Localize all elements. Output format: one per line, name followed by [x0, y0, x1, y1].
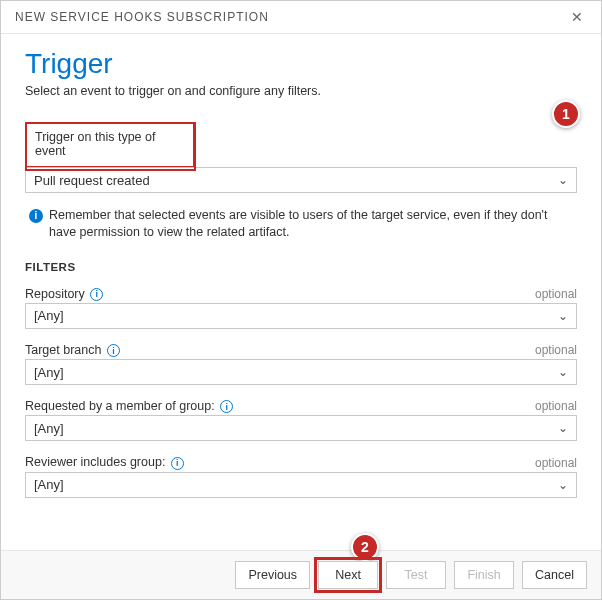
optional-label: optional: [535, 343, 577, 357]
chevron-down-icon: ⌄: [558, 309, 568, 323]
help-icon[interactable]: i: [171, 457, 184, 470]
chevron-down-icon: ⌄: [558, 173, 568, 187]
repository-value: [Any]: [34, 308, 64, 323]
requested-by-label: Requested by a member of group:: [25, 399, 215, 413]
dialog-header: NEW SERVICE HOOKS SUBSCRIPTION ✕: [1, 1, 601, 34]
reviewer-label: Reviewer includes group:: [25, 455, 165, 469]
callout-badge-2: 2: [351, 533, 379, 561]
chevron-down-icon: ⌄: [558, 478, 568, 492]
requested-by-field-group: Requested by a member of group: i option…: [25, 399, 577, 441]
finish-button: Finish: [454, 561, 514, 589]
reviewer-field-group: Reviewer includes group: i optional [Any…: [25, 455, 577, 497]
info-icon: i: [29, 209, 43, 223]
help-icon[interactable]: i: [220, 400, 233, 413]
dialog-title: NEW SERVICE HOOKS SUBSCRIPTION: [15, 10, 269, 24]
dialog-content: Trigger Select an event to trigger on an…: [1, 34, 601, 550]
target-branch-field-group: Target branch i optional [Any] ⌄: [25, 343, 577, 385]
repository-label: Repository: [25, 287, 85, 301]
help-icon[interactable]: i: [90, 288, 103, 301]
close-icon[interactable]: ✕: [567, 9, 587, 25]
highlight-box-trigger: Trigger on this type of event: [25, 122, 195, 168]
reviewer-select[interactable]: [Any] ⌄: [25, 472, 577, 498]
page-title: Trigger: [25, 48, 577, 80]
optional-label: optional: [535, 287, 577, 301]
target-branch-label: Target branch: [25, 343, 101, 357]
repository-field-group: Repository i optional [Any] ⌄: [25, 287, 577, 329]
cancel-button[interactable]: Cancel: [522, 561, 587, 589]
trigger-label: Trigger on this type of event: [35, 130, 185, 158]
chevron-down-icon: ⌄: [558, 365, 568, 379]
target-branch-value: [Any]: [34, 365, 64, 380]
optional-label: optional: [535, 399, 577, 413]
previous-button[interactable]: Previous: [235, 561, 310, 589]
info-text: Remember that selected events are visibl…: [49, 207, 573, 241]
trigger-event-select[interactable]: Pull request created ⌄: [25, 167, 577, 193]
reviewer-value: [Any]: [34, 477, 64, 492]
target-branch-select[interactable]: [Any] ⌄: [25, 359, 577, 385]
requested-by-value: [Any]: [34, 421, 64, 436]
help-icon[interactable]: i: [107, 344, 120, 357]
trigger-event-value: Pull request created: [34, 173, 150, 188]
page-subtitle: Select an event to trigger on and config…: [25, 84, 577, 98]
optional-label: optional: [535, 456, 577, 470]
repository-select[interactable]: [Any] ⌄: [25, 303, 577, 329]
callout-badge-1: 1: [552, 100, 580, 128]
trigger-field-group: 1 Trigger on this type of event Pull req…: [25, 122, 577, 193]
requested-by-select[interactable]: [Any] ⌄: [25, 415, 577, 441]
dialog-footer: 2 Previous Next Test Finish Cancel: [1, 550, 601, 599]
test-button: Test: [386, 561, 446, 589]
info-banner: i Remember that selected events are visi…: [29, 207, 573, 241]
chevron-down-icon: ⌄: [558, 421, 568, 435]
next-button[interactable]: Next: [318, 561, 378, 589]
filters-heading: FILTERS: [25, 261, 577, 273]
